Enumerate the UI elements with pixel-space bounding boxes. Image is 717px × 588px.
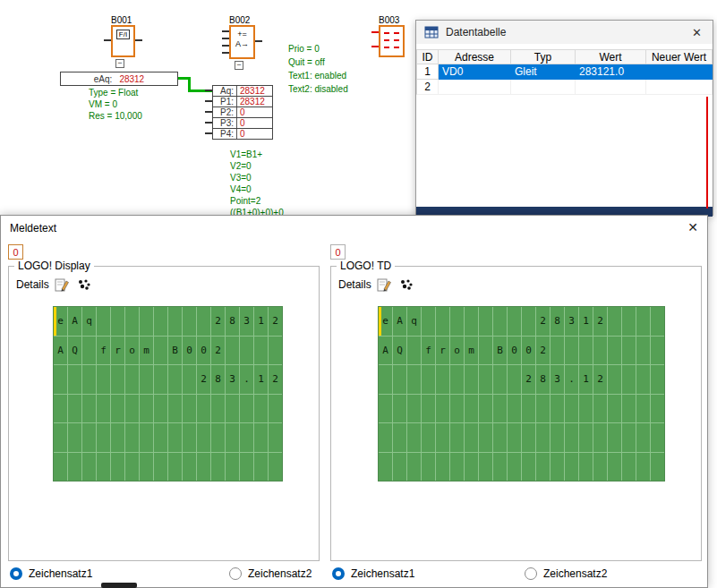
lcd-cell[interactable] bbox=[536, 423, 550, 452]
radio-zeichensatz1-td[interactable]: Zeichensatz1 bbox=[332, 567, 414, 581]
b002-collapse-button[interactable]: − bbox=[235, 61, 243, 70]
lcd-cell[interactable] bbox=[593, 395, 607, 423]
lcd-cell[interactable] bbox=[636, 423, 650, 452]
lcd-cell[interactable]: Q bbox=[393, 337, 406, 365]
lcd-cell[interactable] bbox=[522, 453, 535, 481]
lcd-cell[interactable]: 3 bbox=[240, 307, 253, 336]
b001-param-box[interactable]: eAq: 28312 bbox=[60, 72, 178, 86]
lcd-cell[interactable]: 1 bbox=[254, 307, 268, 336]
lcd-cell[interactable]: 0 bbox=[183, 337, 196, 365]
lcd-cell[interactable] bbox=[168, 307, 182, 336]
lcd-cell[interactable] bbox=[622, 453, 636, 481]
lcd-cell[interactable] bbox=[651, 395, 664, 423]
lcd-cell[interactable] bbox=[551, 453, 564, 481]
lcd-cell[interactable] bbox=[479, 423, 492, 452]
neuer-wert-cell[interactable] bbox=[646, 80, 713, 95]
neuer-wert-cell[interactable] bbox=[646, 64, 713, 80]
lcd-cell[interactable] bbox=[254, 337, 268, 365]
lcd-cell[interactable] bbox=[565, 423, 578, 452]
lcd-cell[interactable] bbox=[522, 307, 535, 336]
lcd-cell[interactable] bbox=[579, 395, 593, 423]
lcd-cell[interactable]: 2 bbox=[536, 337, 550, 365]
lcd-cell[interactable] bbox=[593, 453, 607, 481]
lcd-cell[interactable] bbox=[197, 453, 210, 481]
lcd-cell[interactable] bbox=[622, 395, 636, 423]
lcd-cell[interactable]: 1 bbox=[579, 307, 593, 336]
lcd-cell[interactable] bbox=[111, 307, 124, 336]
lcd-cell[interactable]: 0 bbox=[197, 337, 210, 365]
lcd-cell[interactable] bbox=[436, 307, 449, 336]
lcd-cell[interactable] bbox=[622, 423, 636, 452]
lcd-cell[interactable] bbox=[450, 307, 464, 336]
lcd-cell[interactable] bbox=[154, 395, 167, 423]
lcd-cell[interactable] bbox=[269, 395, 282, 423]
lcd-cell[interactable]: e bbox=[379, 307, 392, 336]
edit-icon[interactable] bbox=[377, 277, 393, 292]
lcd-cell[interactable] bbox=[82, 337, 96, 365]
lcd-cell[interactable] bbox=[479, 365, 492, 394]
lcd-cell[interactable] bbox=[68, 365, 81, 394]
lcd-cell[interactable]: . bbox=[240, 365, 253, 394]
counter-field-left[interactable]: 0 bbox=[8, 244, 23, 260]
lcd-cell[interactable] bbox=[479, 395, 492, 423]
lcd-cell[interactable] bbox=[240, 423, 253, 452]
lcd-cell[interactable] bbox=[508, 307, 521, 336]
lcd-cell[interactable] bbox=[479, 307, 492, 336]
lcd-cell[interactable] bbox=[651, 453, 664, 481]
lcd-cell[interactable]: 2 bbox=[593, 307, 607, 336]
lcd-cell[interactable] bbox=[493, 453, 507, 481]
lcd-cell[interactable] bbox=[125, 395, 139, 423]
lcd-cell[interactable] bbox=[154, 307, 167, 336]
lcd-cell[interactable] bbox=[97, 307, 110, 336]
lcd-cell[interactable] bbox=[407, 337, 421, 365]
lcd-cell[interactable]: A bbox=[54, 337, 67, 365]
lcd-cell[interactable] bbox=[54, 365, 67, 394]
lcd-cell[interactable]: f bbox=[422, 337, 435, 365]
adresse-cell[interactable] bbox=[439, 80, 511, 95]
lcd-cell[interactable] bbox=[54, 453, 67, 481]
lcd-cell[interactable] bbox=[97, 423, 110, 452]
lcd-cell[interactable] bbox=[240, 453, 253, 481]
wert-cell[interactable] bbox=[576, 80, 646, 95]
lcd-cell[interactable] bbox=[168, 423, 182, 452]
radio-unselected-icon[interactable] bbox=[229, 567, 242, 580]
lcd-cell[interactable]: Q bbox=[68, 337, 81, 365]
lcd-cell[interactable] bbox=[68, 453, 81, 481]
radio-selected-icon[interactable] bbox=[332, 567, 345, 580]
lcd-cell[interactable]: 1 bbox=[254, 365, 268, 394]
lcd-cell[interactable] bbox=[140, 423, 153, 452]
lcd-cell[interactable]: A bbox=[379, 337, 392, 365]
lcd-cell[interactable] bbox=[608, 337, 621, 365]
lcd-cell[interactable] bbox=[436, 423, 449, 452]
lcd-cell[interactable]: 3 bbox=[226, 365, 239, 394]
lcd-cell[interactable]: 2 bbox=[211, 307, 225, 336]
lcd-cell[interactable] bbox=[125, 423, 139, 452]
lcd-cell[interactable] bbox=[608, 423, 621, 452]
lcd-cell[interactable] bbox=[493, 395, 507, 423]
lcd-cell[interactable]: 0 bbox=[522, 337, 535, 365]
lcd-cell[interactable] bbox=[97, 395, 110, 423]
lcd-cell[interactable] bbox=[536, 395, 550, 423]
lcd-cell[interactable] bbox=[579, 423, 593, 452]
lcd-cell[interactable] bbox=[154, 365, 167, 394]
lcd-cell[interactable] bbox=[393, 395, 406, 423]
lcd-cell[interactable] bbox=[407, 453, 421, 481]
lcd-cell[interactable]: A bbox=[68, 307, 81, 336]
lcd-cell[interactable] bbox=[54, 395, 67, 423]
lcd-cell[interactable] bbox=[608, 395, 621, 423]
lcd-cell[interactable] bbox=[579, 453, 593, 481]
radio-unselected-icon[interactable] bbox=[525, 567, 537, 580]
lcd-cell[interactable]: q bbox=[407, 307, 421, 336]
lcd-cell[interactable] bbox=[407, 395, 421, 423]
block-b003[interactable] bbox=[379, 25, 405, 57]
lcd-cell[interactable] bbox=[465, 307, 478, 336]
lcd-cell[interactable]: r bbox=[111, 337, 124, 365]
lcd-cell[interactable]: 3 bbox=[565, 307, 578, 336]
lcd-cell[interactable] bbox=[226, 337, 239, 365]
lcd-cell[interactable]: 8 bbox=[211, 365, 225, 394]
counter-field-right[interactable]: 0 bbox=[330, 244, 346, 260]
lcd-cell[interactable] bbox=[522, 395, 535, 423]
lcd-cell[interactable] bbox=[393, 423, 406, 452]
lcd-cell[interactable] bbox=[269, 337, 282, 365]
lcd-cell[interactable] bbox=[154, 423, 167, 452]
